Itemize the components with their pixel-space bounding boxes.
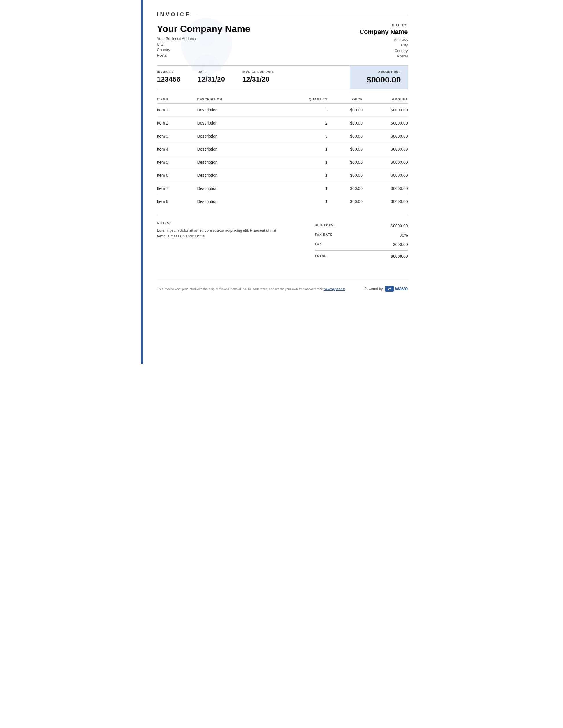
row-desc-7: Description	[197, 182, 303, 195]
row-item-1: Item 1	[157, 104, 197, 117]
row-amount-7: $0000.00	[363, 182, 408, 195]
col-header-amount: AMOUNT	[363, 95, 408, 104]
row-qty-7: 1	[303, 182, 328, 195]
amount-due-label: AMOUNT DUE	[357, 70, 401, 73]
from-city: City	[157, 42, 344, 46]
row-item-2: Item 2	[157, 117, 197, 130]
row-desc-1: Description	[197, 104, 303, 117]
row-price-3: $00.00	[328, 130, 363, 143]
bill-to-company-name: Company Name	[344, 28, 408, 36]
table-row: Item 3 Description 3 $00.00 $0000.00	[157, 130, 408, 143]
row-amount-5: $0000.00	[363, 156, 408, 169]
invoice-page: INVOICE ♪ ♫ Your Company Name	[141, 0, 422, 364]
footer-text-content: This invoice was generated with the help…	[157, 287, 323, 291]
total-value: $0000.00	[391, 254, 408, 259]
notes-label: NOTES:	[157, 221, 283, 225]
total-label: TOTAL	[315, 254, 327, 259]
table-row: Item 4 Description 1 $00.00 $0000.00	[157, 143, 408, 156]
row-item-6: Item 6	[157, 169, 197, 182]
subtotal-row: SUB-TOTAL $0000.00	[315, 221, 408, 230]
amount-due-value: $0000.00	[357, 75, 401, 84]
powered-by-text: Powered by	[364, 287, 383, 291]
row-price-7: $00.00	[328, 182, 363, 195]
table-row: Item 5 Description 1 $00.00 $0000.00	[157, 156, 408, 169]
row-qty-8: 1	[303, 195, 328, 208]
footer-link[interactable]: waveapps.com	[324, 287, 345, 291]
row-amount-3: $0000.00	[363, 130, 408, 143]
table-row: Item 7 Description 1 $00.00 $0000.00	[157, 182, 408, 195]
footer-section: NOTES: Lorem ipsum dolor sit amet, conse…	[157, 214, 408, 262]
row-price-1: $00.00	[328, 104, 363, 117]
row-desc-6: Description	[197, 169, 303, 182]
col-header-quantity: QUANTITY	[303, 95, 328, 104]
bill-to-city: City	[344, 43, 408, 47]
from-postal: Postal	[157, 53, 344, 57]
bill-to-country: Country	[344, 48, 408, 53]
table-row: Item 2 Description 2 $00.00 $0000.00	[157, 117, 408, 130]
table-row: Item 1 Description 3 $00.00 $0000.00	[157, 104, 408, 117]
wave-brand-text: wave	[395, 286, 408, 292]
bill-to-postal: Postal	[344, 54, 408, 58]
from-company-name: Your Company Name	[157, 24, 344, 34]
due-date-label: INVOICE DUE DATE	[242, 70, 274, 73]
row-desc-2: Description	[197, 117, 303, 130]
bill-to-section: BILL TO: Company Name Address City Count…	[344, 24, 408, 60]
row-price-4: $00.00	[328, 143, 363, 156]
bill-to-address: Address	[344, 37, 408, 42]
total-row: TOTAL $0000.00	[315, 250, 408, 262]
row-qty-1: 3	[303, 104, 328, 117]
row-amount-6: $0000.00	[363, 169, 408, 182]
row-qty-3: 3	[303, 130, 328, 143]
row-qty-2: 2	[303, 117, 328, 130]
tax-row: TAX $000.00	[315, 240, 408, 249]
table-row: Item 8 Description 1 $00.00 $0000.00	[157, 195, 408, 208]
tax-label: TAX	[315, 242, 322, 247]
row-amount-1: $0000.00	[363, 104, 408, 117]
from-address: Your Business Address	[157, 37, 344, 41]
items-section: ITEMS DESCRIPTION QUANTITY PRICE AMOUNT …	[157, 95, 408, 208]
powered-by: Powered by W wave	[364, 286, 408, 292]
row-desc-8: Description	[197, 195, 303, 208]
tax-rate-label: TAX RATE	[315, 233, 333, 237]
tax-rate-row: TAX RATE 00%	[315, 230, 408, 240]
col-header-items: ITEMS	[157, 95, 197, 104]
tax-rate-value: 00%	[400, 233, 408, 237]
row-item-3: Item 3	[157, 130, 197, 143]
row-price-6: $00.00	[328, 169, 363, 182]
table-header-row: ITEMS DESCRIPTION QUANTITY PRICE AMOUNT	[157, 95, 408, 104]
header-info: Your Company Name Your Business Address …	[157, 24, 408, 60]
wave-icon: W	[385, 286, 394, 292]
from-country: Country	[157, 48, 344, 52]
row-amount-4: $0000.00	[363, 143, 408, 156]
footer-text: This invoice was generated with the help…	[157, 287, 345, 291]
row-price-8: $00.00	[328, 195, 363, 208]
row-price-2: $00.00	[328, 117, 363, 130]
row-qty-5: 1	[303, 156, 328, 169]
subtotal-value: $0000.00	[391, 224, 408, 228]
tax-value: $000.00	[393, 242, 408, 247]
meta-amount-due: AMOUNT DUE $0000.00	[350, 66, 408, 89]
company-from: Your Company Name Your Business Address …	[157, 24, 344, 60]
row-item-4: Item 4	[157, 143, 197, 156]
row-desc-5: Description	[197, 156, 303, 169]
row-qty-6: 1	[303, 169, 328, 182]
col-header-description: DESCRIPTION	[197, 95, 303, 104]
col-header-price: PRICE	[328, 95, 363, 104]
bill-to-label: BILL TO:	[344, 24, 408, 27]
row-desc-4: Description	[197, 143, 303, 156]
row-amount-2: $0000.00	[363, 117, 408, 130]
due-date-value: 12/31/20	[242, 75, 274, 83]
row-item-7: Item 7	[157, 182, 197, 195]
table-row: Item 6 Description 1 $00.00 $0000.00	[157, 169, 408, 182]
wave-icon-symbol: W	[388, 287, 391, 291]
row-amount-8: $0000.00	[363, 195, 408, 208]
notes-text: Lorem ipsum dolor sit amet, consectetur …	[157, 228, 283, 239]
subtotal-label: SUB-TOTAL	[315, 224, 336, 228]
row-desc-3: Description	[197, 130, 303, 143]
invoice-content: INVOICE ♪ ♫ Your Company Name	[141, 0, 422, 303]
wave-logo: W wave	[385, 286, 408, 292]
row-item-5: Item 5	[157, 156, 197, 169]
totals-section: SUB-TOTAL $0000.00 TAX RATE 00% TAX $000…	[315, 221, 408, 262]
bottom-footer: This invoice was generated with the help…	[157, 280, 408, 292]
notes-section: NOTES: Lorem ipsum dolor sit amet, conse…	[157, 221, 283, 262]
